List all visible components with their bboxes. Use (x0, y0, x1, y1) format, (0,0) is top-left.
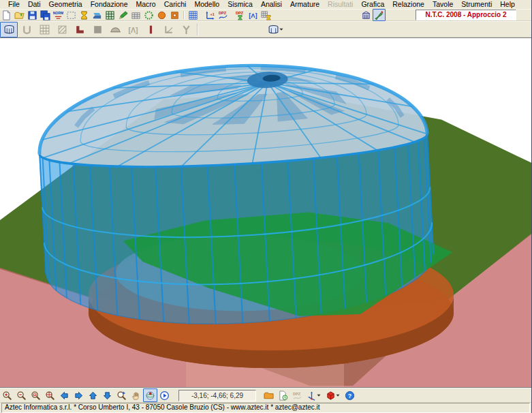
zoom-window-button[interactable] (29, 388, 43, 402)
mesh-analysis-button[interactable] (260, 9, 272, 21)
tank-model-button[interactable] (0, 22, 18, 37)
building-icon (361, 10, 371, 20)
save-icon (27, 10, 37, 20)
caret-down-icon[interactable] (335, 393, 341, 398)
menu-items: FileDatiGeometriaFondazioneMacroCarichiM… (4, 0, 532, 9)
square-plate-button[interactable] (168, 9, 181, 21)
hatch-grid-button[interactable] (129, 9, 142, 21)
zoom-out-button[interactable] (14, 388, 29, 402)
hourglass-icon (79, 10, 89, 20)
bracket-a-icon: [Λ] (248, 10, 258, 20)
pan-left-button[interactable] (57, 388, 72, 402)
axes-xyz-icon (307, 391, 317, 401)
menu-dati[interactable]: Dati (24, 0, 45, 9)
dpz-view-button: DPZ (290, 388, 304, 402)
menu-grafica[interactable]: Grafica (357, 0, 388, 9)
menu-armature[interactable]: Armature (286, 0, 324, 9)
help-button[interactable]: ? (343, 388, 357, 402)
selection-button[interactable] (65, 9, 78, 21)
dpz-verify-icon: DPZ (235, 10, 245, 20)
axes-button[interactable] (304, 388, 324, 402)
menu-file[interactable]: File (4, 0, 24, 9)
zoom-in-button[interactable] (0, 388, 14, 402)
3d-viewport[interactable] (0, 37, 531, 388)
step-plate-button (71, 22, 89, 37)
orbit-3d-button[interactable] (143, 388, 157, 402)
column-icon (145, 24, 157, 35)
pencil-icon (118, 10, 128, 20)
menu-carichi[interactable]: Carichi (160, 0, 191, 9)
edit-button[interactable] (116, 9, 129, 21)
mesh-button[interactable] (104, 9, 116, 21)
load-view-button[interactable] (262, 388, 276, 402)
menu-macro[interactable]: Macro (132, 0, 160, 9)
tank-model-3d (35, 55, 456, 333)
table-grid-icon (188, 10, 198, 20)
pan-up-button[interactable] (86, 388, 100, 402)
menu-risultati: Risultati (324, 0, 357, 9)
menu-geometria[interactable]: Geometria (45, 0, 87, 9)
save-all-button[interactable] (39, 9, 52, 21)
menu-tavole[interactable]: Tavole (428, 0, 457, 9)
caret-down-icon[interactable] (316, 393, 322, 398)
pan-hand-button[interactable] (129, 388, 143, 402)
u-section-button (18, 22, 35, 37)
model-toolbar: [Λ] (0, 21, 531, 37)
basin-button[interactable] (91, 9, 104, 21)
export-page-icon (278, 391, 288, 401)
pan-down-button[interactable] (100, 388, 114, 402)
zoom-window-icon (31, 391, 41, 401)
circle-orange-icon (157, 10, 167, 20)
menu-sismica[interactable]: Sismica (223, 0, 257, 9)
menu-fondazione[interactable]: Fondazione (87, 0, 132, 9)
view-selector-button[interactable] (266, 22, 286, 37)
caret-down-icon[interactable] (279, 27, 284, 32)
application-window: FileDatiGeometriaFondazioneMacroCarichiM… (0, 0, 532, 413)
status-bar: Aztec Informatica s.r.l. * Corso Umberto… (0, 403, 531, 413)
arrow-left-icon (59, 391, 69, 401)
offset-axes-icon: +1 (205, 10, 215, 20)
menu-analisi[interactable]: Analisi (257, 0, 286, 9)
export-button[interactable] (276, 388, 290, 402)
grid-hourglass-icon (261, 10, 271, 20)
dpz-diagram-button[interactable]: DPZ (217, 9, 230, 21)
menu-bar: FileDatiGeometriaFondazioneMacroCarichiM… (0, 0, 531, 9)
menu-relazione[interactable]: Relazione (388, 0, 428, 9)
orbit-icon (145, 391, 155, 401)
render-button[interactable] (373, 9, 386, 21)
main-toolbar: NORM+1DPZDPZ[Λ] N.T.C. 2008 - Approccio … (0, 9, 531, 21)
norm-icon: NORM (53, 10, 63, 20)
play-icon (159, 391, 170, 401)
menu-modello[interactable]: Modello (190, 0, 223, 9)
toolbar-separator (197, 23, 198, 35)
open-button[interactable] (13, 9, 26, 21)
table-button[interactable] (187, 9, 200, 21)
tank-model-icon (3, 24, 15, 35)
menu-strumenti[interactable]: Strumenti (457, 0, 496, 9)
menu-viste[interactable]: Viste (529, 0, 532, 9)
structure-view-button[interactable] (360, 9, 373, 21)
zoom-extents-button[interactable] (43, 388, 57, 402)
panel-section-icon (57, 24, 68, 35)
offset-button[interactable]: +1 (204, 9, 217, 21)
3d-scene[interactable] (0, 38, 531, 387)
folder-small-icon (264, 391, 274, 401)
help-icon: ? (345, 391, 355, 401)
zoom-dynamic-button[interactable] (114, 388, 129, 402)
render-mode-button[interactable] (324, 388, 343, 402)
dpz-verify-button[interactable]: DPZ (234, 9, 247, 21)
bracket-gray-icon: [Λ] (127, 24, 139, 35)
coordinates-readout: -3,16; -4,66; 6,29 (178, 390, 256, 401)
new-button[interactable] (0, 9, 13, 21)
pan-right-button[interactable] (72, 388, 86, 402)
norm-settings-button[interactable]: NORM (52, 9, 65, 21)
circular-plate-button[interactable] (155, 9, 168, 21)
save-button[interactable] (26, 9, 39, 21)
circular-mesh-button[interactable] (142, 9, 155, 21)
arrow-right-icon (74, 391, 84, 401)
play-animation-button[interactable] (157, 388, 172, 402)
fork-button (177, 22, 195, 37)
analysis-button[interactable] (78, 9, 91, 21)
armature-button[interactable]: [Λ] (247, 9, 260, 21)
menu-help[interactable]: Help (496, 0, 519, 9)
